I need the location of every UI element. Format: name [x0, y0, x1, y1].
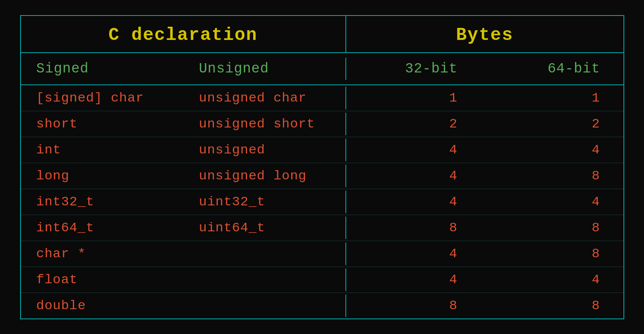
- subheader-unsigned: Unsigned: [184, 58, 346, 80]
- cell-32bit-8: 8: [346, 294, 489, 317]
- cell-signed-5: int64_t: [21, 217, 184, 239]
- cell-unsigned-3: unsigned long: [184, 165, 346, 187]
- cell-signed-7: float: [21, 269, 184, 291]
- table-row: float 4 4: [21, 267, 623, 293]
- header-c-declaration: C declaration: [21, 16, 346, 52]
- cell-signed-3: long: [21, 165, 184, 187]
- cell-64bit-5: 8: [489, 217, 623, 239]
- table-row: char * 4 8: [21, 241, 623, 267]
- cell-unsigned-7: [184, 269, 346, 291]
- cell-32bit-2: 4: [346, 139, 489, 161]
- sub-header-row: Signed Unsigned 32-bit 64-bit: [21, 53, 623, 85]
- table-row: long unsigned long 4 8: [21, 163, 623, 189]
- cell-64bit-3: 8: [489, 165, 623, 187]
- cell-64bit-8: 8: [489, 294, 623, 317]
- data-types-table: C declaration Bytes Signed Unsigned 32-b…: [20, 15, 624, 319]
- cell-signed-0: [signed] char: [21, 87, 184, 109]
- cell-32bit-3: 4: [346, 165, 489, 187]
- cell-64bit-1: 2: [489, 113, 623, 135]
- subheader-64bit: 64-bit: [489, 58, 623, 80]
- cell-64bit-0: 1: [489, 87, 623, 109]
- cell-unsigned-8: [184, 294, 346, 317]
- subheader-32bit: 32-bit: [346, 58, 489, 80]
- table-row: int32_t uint32_t 4 4: [21, 189, 623, 215]
- cell-unsigned-4: uint32_t: [184, 191, 346, 213]
- cell-32bit-5: 8: [346, 217, 489, 239]
- cell-signed-4: int32_t: [21, 191, 184, 213]
- cell-signed-1: short: [21, 113, 184, 135]
- table-row: short unsigned short 2 2: [21, 111, 623, 137]
- cell-32bit-1: 2: [346, 113, 489, 135]
- cell-signed-2: int: [21, 139, 184, 161]
- cell-32bit-6: 4: [346, 243, 489, 265]
- cell-unsigned-1: unsigned short: [184, 113, 346, 135]
- subheader-signed: Signed: [21, 58, 184, 80]
- cell-unsigned-0: unsigned char: [184, 87, 346, 109]
- cell-64bit-4: 4: [489, 191, 623, 213]
- main-header-row: C declaration Bytes: [21, 16, 623, 53]
- cell-64bit-6: 8: [489, 243, 623, 265]
- cell-64bit-7: 4: [489, 269, 623, 291]
- table-row: double 8 8: [21, 293, 623, 319]
- table-row: [signed] char unsigned char 1 1: [21, 85, 623, 111]
- cell-32bit-0: 1: [346, 87, 489, 109]
- table-row: int64_t uint64_t 8 8: [21, 215, 623, 241]
- table-row: int unsigned 4 4: [21, 137, 623, 163]
- cell-signed-8: double: [21, 294, 184, 317]
- cell-32bit-7: 4: [346, 269, 489, 291]
- cell-unsigned-6: [184, 243, 346, 265]
- cell-unsigned-2: unsigned: [184, 139, 346, 161]
- cell-64bit-2: 4: [489, 139, 623, 161]
- table-body: [signed] char unsigned char 1 1 short un…: [21, 85, 623, 319]
- cell-signed-6: char *: [21, 243, 184, 265]
- header-bytes: Bytes: [346, 16, 623, 52]
- cell-unsigned-5: uint64_t: [184, 217, 346, 239]
- cell-32bit-4: 4: [346, 191, 489, 213]
